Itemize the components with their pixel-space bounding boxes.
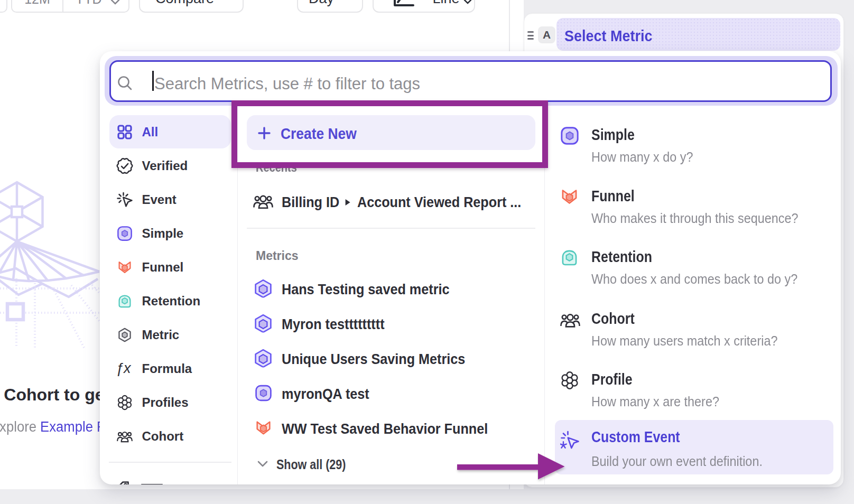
svg-text:ƒx: ƒx <box>116 361 132 376</box>
